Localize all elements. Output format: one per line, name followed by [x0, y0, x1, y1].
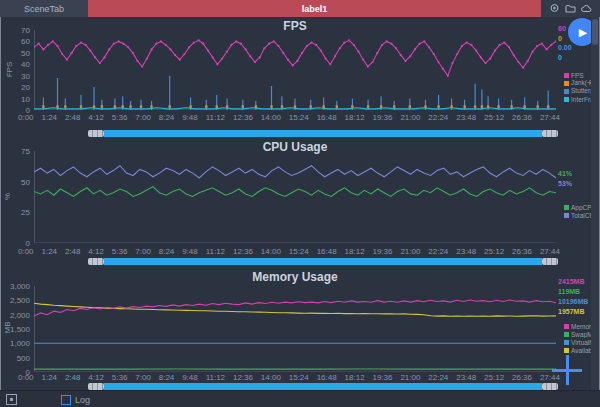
x-tick-label: 11:12: [206, 373, 225, 382]
x-tick-label: 21:00: [400, 113, 420, 122]
x-tick-label: 9:48: [182, 113, 198, 122]
y-tick-label: 1,000: [0, 339, 30, 348]
memory-chart: Memory Usage MB 3,0002,5002,0001,5001,00…: [0, 268, 600, 390]
x-tick-label: 7:00: [135, 373, 151, 382]
x-tick-label: 12:36: [233, 113, 253, 122]
x-tick-label: 18:12: [345, 113, 365, 122]
x-tick-label: 15:24: [289, 247, 309, 256]
y-tick-label: 25: [0, 208, 30, 217]
x-tick-label: 26:36: [512, 247, 532, 256]
log-checkbox-label[interactable]: Log: [75, 395, 90, 405]
panel-toggle-icon[interactable]: [6, 394, 17, 405]
x-tick-label: 21:00: [400, 373, 420, 382]
x-tick-label: 16:48: [317, 113, 337, 122]
x-tick-label: 12:36: [233, 247, 253, 256]
legend-swatch: [564, 213, 569, 218]
x-tick-label: 14:00: [261, 373, 281, 382]
x-tick-label: 27:44: [540, 247, 560, 256]
x-tick-label: 18:12: [345, 373, 365, 382]
x-tick-label: 2:48: [65, 113, 81, 122]
y-tick-label: 50: [0, 49, 30, 58]
legend-swatch: [564, 73, 569, 78]
scrollbar-left-handle[interactable]: [88, 130, 104, 137]
add-panel-button[interactable]: [552, 355, 582, 385]
y-tick-label: 2,000: [0, 311, 30, 320]
x-tick-label: 5:36: [112, 373, 128, 382]
log-checkbox[interactable]: [61, 395, 71, 405]
x-tick-label: 2:48: [65, 373, 81, 382]
x-tick-label: 23:48: [456, 373, 476, 382]
x-tick-label: 0:00: [18, 113, 34, 122]
play-icon: ▶: [579, 27, 587, 38]
y-axis-ticks: 3,0002,5002,0001,5001,0005000: [0, 268, 30, 390]
x-tick-label: 15:24: [289, 373, 309, 382]
x-axis-ticks: 0:001:242:484:125:367:008:249:4811:1212:…: [18, 247, 560, 256]
memory-plot-area: [34, 286, 556, 372]
vertical-scrollbar-handle[interactable]: [592, 19, 598, 45]
time-range-scrollbar[interactable]: [88, 130, 558, 137]
x-tick-label: 25:12: [484, 247, 504, 256]
y-tick-label: 75: [0, 147, 30, 156]
legend-swatch: [564, 89, 569, 94]
scene-title-banner[interactable]: label1: [88, 0, 541, 17]
scrollbar-track[interactable]: [104, 383, 542, 390]
x-tick-label: 12:36: [233, 373, 253, 382]
time-range-scrollbar[interactable]: [88, 258, 558, 265]
scrollbar-left-handle[interactable]: [88, 383, 104, 390]
legend-swatch: [564, 324, 569, 329]
x-tick-label: 2:48: [65, 247, 81, 256]
status-bar: Log: [0, 390, 600, 407]
y-tick-label: 50: [0, 178, 30, 187]
scrollbar-track[interactable]: [104, 258, 542, 265]
tab-scene[interactable]: SceneTab: [0, 0, 88, 17]
x-tick-label: 4:12: [88, 113, 104, 122]
fps-plot-area: [34, 30, 556, 110]
time-range-scrollbar[interactable]: [88, 383, 558, 390]
cpu-plot-area: [34, 151, 556, 243]
scrollbar-right-handle[interactable]: [542, 130, 558, 137]
legend-swatch: [564, 97, 569, 102]
x-tick-label: 19:36: [372, 113, 392, 122]
x-tick-label: 19:36: [372, 373, 392, 382]
cpu-chart: CPU Usage % 7550250 41%53% AppCPUTotalCP…: [0, 140, 600, 268]
legend-label: FPS: [571, 72, 584, 79]
x-axis-ticks: 0:001:242:484:125:367:008:249:4811:1212:…: [18, 373, 560, 382]
x-tick-label: 4:12: [88, 373, 104, 382]
folder-icon[interactable]: [565, 3, 576, 14]
x-tick-label: 16:48: [317, 247, 337, 256]
cloud-icon[interactable]: [581, 3, 592, 14]
vertical-scrollbar[interactable]: [591, 17, 599, 390]
x-tick-label: 16:48: [317, 373, 337, 382]
scrollbar-left-handle[interactable]: [88, 258, 104, 265]
scrollbar-right-handle[interactable]: [542, 258, 558, 265]
scrollbar-track[interactable]: [104, 130, 542, 137]
top-bar: SceneTab label1: [0, 0, 600, 17]
app-window: SceneTab label1 FPS FPS 706050403020100 …: [0, 0, 600, 407]
plus-icon: [552, 355, 582, 385]
x-tick-label: 9:48: [182, 373, 198, 382]
x-tick-label: 27:44: [540, 113, 560, 122]
x-tick-label: 22:24: [428, 247, 448, 256]
location-icon[interactable]: [549, 3, 560, 14]
legend-swatch: [564, 81, 569, 86]
chart-title: Memory Usage: [34, 270, 556, 284]
x-tick-label: 1:24: [41, 373, 57, 382]
x-tick-label: 14:00: [261, 113, 281, 122]
y-tick-label: 500: [0, 354, 30, 363]
x-tick-label: 15:24: [289, 113, 309, 122]
x-tick-label: 23:48: [456, 247, 476, 256]
x-tick-label: 8:24: [159, 113, 175, 122]
y-tick-label: 1,500: [0, 325, 30, 334]
x-tick-label: 8:24: [159, 247, 175, 256]
x-tick-label: 5:36: [112, 247, 128, 256]
x-tick-label: 9:48: [182, 247, 198, 256]
y-tick-label: 60: [0, 37, 30, 46]
y-tick-label: 70: [0, 26, 30, 35]
y-tick-label: 10: [0, 95, 30, 104]
legend-swatch: [564, 332, 569, 337]
x-tick-label: 23:48: [456, 113, 476, 122]
y-tick-label: 40: [0, 60, 30, 69]
x-tick-label: 4:12: [88, 247, 104, 256]
legend-swatch: [564, 340, 569, 345]
legend-swatch: [564, 205, 569, 210]
